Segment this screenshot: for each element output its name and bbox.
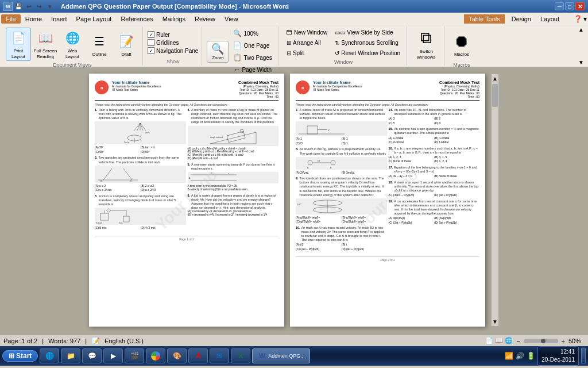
- scroll-down-arrow[interactable]: ▼: [491, 317, 499, 326]
- zoom-slider[interactable]: [524, 339, 558, 343]
- taskbar-files[interactable]: 📁: [61, 348, 80, 363]
- menu-home[interactable]: Home: [21, 14, 47, 24]
- adobe-icon: A: [194, 351, 203, 361]
- q15-c: (C) d-orbital: [389, 140, 434, 144]
- zoom-pct-btn[interactable]: 🔍 100%: [230, 28, 274, 39]
- ruler-checkbox-item[interactable]: ✓ Ruler: [148, 31, 198, 38]
- new-window-btn[interactable]: 🗔 New Window: [284, 28, 330, 37]
- q19: 19. A car accelerates from rest at const…: [389, 200, 480, 225]
- save-quick-btn[interactable]: 💾: [14, 2, 23, 11]
- taskbar-talk[interactable]: 💬: [82, 348, 102, 363]
- print-layout-btn[interactable]: 📄 PrintLayout: [6, 28, 31, 61]
- menu-page-layout[interactable]: Page Layout: [72, 14, 117, 24]
- web-layout-btn[interactable]: 🌐 WebLayout: [60, 28, 85, 61]
- q19-text: A car accelerates from rest at constant …: [394, 200, 479, 216]
- outlook-icon: ✉: [215, 351, 224, 361]
- zoom-minus-btn[interactable]: −: [516, 338, 520, 344]
- q4-text: A monkey of mass m runs down a log or ma…: [191, 108, 278, 125]
- scroll-down-icon[interactable]: ▼: [577, 59, 586, 66]
- outline-btn[interactable]: ☰ Outline: [87, 28, 112, 61]
- ruler-checkbox[interactable]: ✓: [148, 31, 154, 38]
- ie-icon: 🌐: [45, 351, 54, 361]
- switch-windows-btn[interactable]: ⧉ SwitchWindows: [412, 28, 440, 61]
- taskbar-chrome[interactable]: [146, 348, 165, 363]
- menu-layout[interactable]: Layout: [536, 14, 564, 24]
- dropdown-quick-btn[interactable]: ▾: [45, 2, 54, 11]
- menu-review[interactable]: Review: [190, 14, 220, 24]
- taskbar-excel[interactable]: X: [231, 348, 250, 363]
- scroll-thumb[interactable]: [492, 84, 498, 107]
- zoom-percent[interactable]: 50%: [568, 338, 585, 344]
- menu-insert[interactable]: Insert: [47, 14, 72, 24]
- volume-icon[interactable]: 🔊: [516, 352, 524, 360]
- menu-references[interactable]: References: [116, 14, 157, 24]
- q-col-right-1: 4. A monkey of mass m runs down a log or…: [188, 108, 279, 232]
- show-desktop-button[interactable]: [581, 348, 586, 363]
- full-screen-btn[interactable]: 📖 Full ScreenReading: [33, 28, 58, 61]
- q3-figure: V=0 m/s 6 ms: [95, 208, 186, 225]
- page-footer-2: Page 2 of 2: [296, 256, 479, 262]
- menu-mailings[interactable]: Mailings: [158, 14, 190, 24]
- help-icon[interactable]: ❓: [574, 15, 582, 23]
- doc-logo-2: a: [296, 80, 310, 94]
- taskbar-outlook[interactable]: ✉: [210, 348, 229, 363]
- zoom-button[interactable]: 🔍 Zoom: [207, 41, 229, 63]
- taskbar-paint[interactable]: 🎨: [167, 348, 187, 363]
- taskbar-video[interactable]: 🎬: [125, 348, 144, 363]
- draft-btn[interactable]: 📝 Draft: [114, 28, 139, 61]
- taskbar-word[interactable]: W Addmen QPG...: [252, 348, 310, 363]
- show-label: Show: [167, 57, 180, 64]
- split-btn[interactable]: ⊟ Split: [284, 48, 330, 58]
- word-taskbar-icon: W: [257, 351, 266, 361]
- scroll-up-icon[interactable]: ▲: [577, 26, 586, 33]
- q19-num: 19.: [389, 200, 393, 216]
- close-button[interactable]: ✕: [575, 2, 585, 10]
- vertical-scrollbar[interactable]: ▲ ▼: [491, 74, 499, 327]
- network-icon[interactable]: 📶: [505, 352, 513, 360]
- navigation-checkbox-item[interactable]: ✓ Navigation Pane: [148, 47, 198, 54]
- clock-area[interactable]: 12:41 20-Dec-2011: [537, 346, 579, 366]
- document-page-2: Your Logo a Your Institute Name An Insti…: [290, 74, 485, 327]
- language-status[interactable]: English (U.S.): [105, 338, 144, 344]
- spell-icon[interactable]: 📝: [91, 337, 100, 345]
- reading-view-icon[interactable]: 📖: [495, 337, 503, 344]
- web-view-icon[interactable]: 🌐: [505, 337, 513, 344]
- menu-file[interactable]: File: [1, 14, 21, 24]
- arrange-all-btn[interactable]: ⊞ Arrange All: [284, 38, 330, 48]
- q5-text: A swimmer starts swimming towards P but …: [191, 163, 278, 171]
- minimize-button[interactable]: ─: [555, 2, 564, 10]
- q15-a: (A) s-orbital: [389, 136, 434, 140]
- menu-view[interactable]: View: [220, 14, 243, 24]
- undo-quick-btn[interactable]: ↩: [24, 2, 33, 11]
- taskbar-adobe[interactable]: A: [188, 348, 208, 363]
- gridlines-checkbox[interactable]: [148, 39, 154, 46]
- view-side-btn[interactable]: ▭▭ View Side by Side: [332, 28, 403, 37]
- two-pages-btn[interactable]: 📋 Two Pages: [230, 52, 274, 63]
- taskbar-ie[interactable]: 🌐: [40, 348, 59, 363]
- start-button[interactable]: ⊞ Start: [2, 350, 38, 362]
- menu-design[interactable]: Design: [507, 14, 536, 24]
- macros-btn[interactable]: ⏺ Macros: [449, 28, 474, 61]
- reset-btn[interactable]: ↺ Reset Window Position: [332, 48, 403, 58]
- files-icon: 📁: [66, 351, 75, 361]
- one-page-icon: 📄: [233, 41, 242, 49]
- maximize-button[interactable]: □: [565, 2, 574, 10]
- scroll-up-arrow[interactable]: ▲: [491, 74, 499, 83]
- battery-icon[interactable]: 🔋: [527, 352, 535, 360]
- taskbar-media[interactable]: ▶: [103, 348, 123, 363]
- minimize-ribbon-icon[interactable]: ▾: [583, 15, 587, 23]
- svg-rect-31: [307, 126, 318, 134]
- svg-text:A: A: [189, 177, 191, 179]
- gridlines-checkbox-item[interactable]: Gridlines: [148, 39, 198, 46]
- print-view-icon[interactable]: 📄: [485, 337, 493, 344]
- q9-text: Two identical disks are positioned as sh…: [300, 177, 387, 197]
- sync-scroll-btn[interactable]: ⇅ Synchronous Scrolling: [332, 38, 403, 48]
- zoom-btn-label: Zoom: [212, 55, 223, 60]
- ribbon-group-show: ✓ Ruler Gridlines ✓ Navigation Pane Show: [144, 26, 202, 66]
- redo-quick-btn[interactable]: ↪: [34, 2, 44, 11]
- zoom-plus-btn[interactable]: +: [562, 338, 565, 344]
- institute-series-1: IIT Mock Test Series: [112, 88, 238, 91]
- navigation-checkbox[interactable]: ✓: [148, 47, 154, 54]
- q16-c: (C) None of these: [389, 159, 434, 163]
- one-page-btn[interactable]: 📄 One Page: [230, 40, 274, 51]
